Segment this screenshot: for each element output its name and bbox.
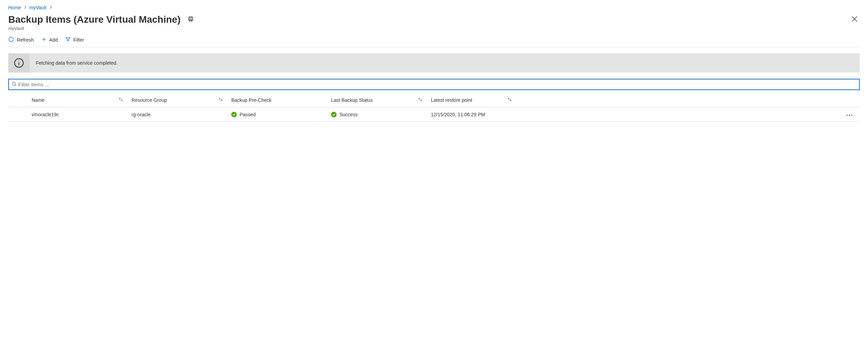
search-icon bbox=[12, 82, 17, 88]
toolbar-label: Refresh bbox=[17, 37, 34, 43]
refresh-button[interactable]: Refresh bbox=[8, 36, 34, 43]
svg-point-10 bbox=[851, 115, 852, 116]
column-header-name[interactable]: Name bbox=[28, 94, 127, 106]
svg-point-6 bbox=[12, 82, 15, 85]
backup-items-table: Name Resource Group bbox=[8, 93, 860, 122]
column-header-restore-point[interactable]: Latest restore point bbox=[427, 94, 516, 106]
column-header-resource-group[interactable]: Resource Group bbox=[127, 94, 227, 106]
chevron-right-icon bbox=[24, 5, 27, 10]
success-icon bbox=[331, 112, 337, 117]
success-icon bbox=[231, 112, 237, 117]
svg-point-9 bbox=[849, 115, 850, 116]
breadcrumb: Home myVault bbox=[8, 5, 860, 10]
breadcrumb-vault[interactable]: myVault bbox=[29, 5, 46, 10]
column-header-precheck[interactable]: Backup Pre-Check bbox=[227, 94, 327, 106]
toolbar-label: Filter bbox=[73, 37, 84, 43]
cell-resource-group: rg-oracle bbox=[127, 108, 227, 121]
more-icon[interactable] bbox=[846, 112, 853, 117]
info-banner: Fetching data from service completed. bbox=[8, 53, 860, 73]
close-icon[interactable] bbox=[849, 14, 860, 25]
table-row[interactable]: vmoracle19c rg-oracle Passed Success bbox=[8, 107, 860, 122]
table-header: Name Resource Group bbox=[8, 93, 860, 107]
sort-icon bbox=[218, 97, 223, 103]
sort-icon bbox=[118, 97, 123, 103]
cell-restore-point: 12/15/2020, 11:06:29 PM bbox=[427, 108, 516, 121]
page-subtitle: myVault bbox=[8, 26, 860, 31]
svg-line-7 bbox=[15, 85, 16, 86]
toolbar-label: Add bbox=[49, 37, 58, 43]
toolbar: Refresh Add Filter bbox=[8, 31, 860, 47]
plus-icon bbox=[41, 37, 46, 43]
cell-name: vmoracle19c bbox=[28, 108, 127, 121]
column-header-status[interactable]: Last Backup Status bbox=[327, 94, 427, 106]
refresh-icon bbox=[8, 36, 14, 43]
info-icon bbox=[8, 53, 30, 73]
cell-precheck: Passed bbox=[227, 108, 327, 121]
add-button[interactable]: Add bbox=[41, 37, 58, 43]
svg-point-8 bbox=[846, 115, 847, 116]
breadcrumb-home[interactable]: Home bbox=[8, 5, 21, 10]
cell-status: Success bbox=[327, 108, 427, 121]
info-banner-text: Fetching data from service completed. bbox=[30, 60, 117, 66]
filter-icon bbox=[65, 37, 71, 43]
page-title: Backup Items (Azure Virtual Machine) bbox=[8, 14, 181, 25]
sort-icon bbox=[507, 97, 512, 103]
filter-items-input[interactable] bbox=[17, 81, 856, 88]
filter-button[interactable]: Filter bbox=[65, 37, 84, 43]
chevron-right-icon bbox=[49, 5, 52, 10]
sort-icon bbox=[418, 97, 423, 103]
filter-items-wrap[interactable] bbox=[8, 79, 860, 90]
print-icon[interactable] bbox=[188, 16, 194, 23]
